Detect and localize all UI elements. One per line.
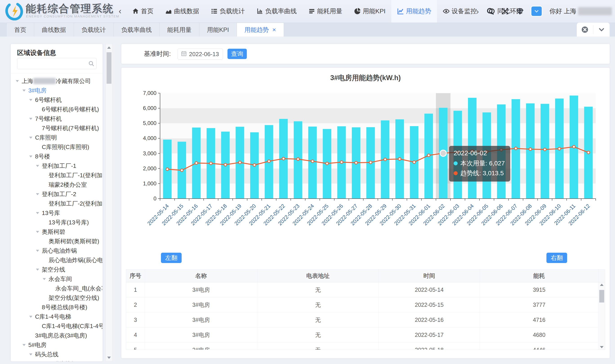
tree-node-20[interactable]: 辰心电油炸锅(辰心电油炸锅) [11,255,102,265]
tree-node-14[interactable]: 登利加工厂-2(登利加工厂-2) [11,199,102,208]
tree-node-label: 3#电房 [28,87,46,94]
nav-item-label: 用能KPI [363,7,386,15]
tab-list-button[interactable] [593,25,610,34]
nav-item-5[interactable]: 能耗用量 [303,0,348,22]
scrollbar-thumb[interactable] [599,290,604,302]
tab-5[interactable]: 能耗用量 [160,23,199,37]
tree-node-8[interactable]: C库照明(C库照明) [11,142,102,152]
tab-3[interactable]: 负载统计 [74,23,114,37]
tree-node-9[interactable]: 8号楼 [11,152,102,161]
tree-node-4[interactable]: 6号螺杆机(6号螺杆机) [11,104,102,114]
svg-text:3,000: 3,000 [143,150,156,156]
nav-item-7[interactable]: 用能趋势 [391,0,437,22]
tree-node-7[interactable]: C库照明 [11,133,102,142]
tree-caret-icon[interactable] [36,250,42,252]
tab-6[interactable]: 用能KPI [199,23,237,37]
tree-caret-icon[interactable] [29,99,35,101]
svg-text:6,000: 6,000 [143,105,156,111]
page-left-button[interactable]: 左翻 [161,253,182,263]
tree-node-2[interactable]: 3#电房 [11,86,102,95]
scrollbar-thumb[interactable] [107,52,112,84]
table-cell: 无 [257,282,379,297]
tree-node-27[interactable]: C库1-4号电梯(C库1-4号电梯) [11,321,102,331]
tree-caret-icon[interactable] [36,269,42,271]
gem-button[interactable] [516,7,524,15]
tree-node-29[interactable]: 5#电房 [11,340,102,350]
tree-caret-icon[interactable] [23,344,28,346]
tree-node-5[interactable]: 7号螺杆机 [11,114,102,123]
page-right-button[interactable]: 右翻 [546,253,567,263]
tree-caret-icon[interactable] [29,137,35,139]
tab-4[interactable]: 负载率曲线 [114,23,160,37]
tree-node-30[interactable]: 码头总线 [11,350,102,359]
nav-item-4[interactable]: 负载率曲线 [251,0,303,22]
tree-node-28[interactable]: 3#电房总表(3#电房) [11,331,102,340]
tree-search-input[interactable] [20,59,86,68]
tree-caret-icon[interactable] [36,212,42,214]
tree-node-17[interactable]: 奥斯柯碧 [11,227,102,236]
nav-forward-arrow[interactable]: › [476,7,479,16]
scroll-up-icon[interactable] [600,284,603,286]
tree-node-10[interactable]: 登利加工厂-1 [11,161,102,170]
query-button[interactable]: 查询 [227,49,247,59]
tree-node-26[interactable]: C库1-4号电梯 [11,312,102,321]
tree-node-21[interactable]: 架空分线 [11,265,102,274]
tree-node-6[interactable]: 7号螺杆机(7号螺杆机) [11,123,102,133]
table-scrollbar[interactable] [599,282,605,350]
scroll-up-icon[interactable] [107,46,111,49]
scroll-down-icon[interactable] [107,357,111,359]
table-cell: 4 [126,327,145,342]
nav-item-3[interactable]: 负载统计 [205,0,251,22]
tab-7[interactable]: 用能趋势× [237,23,284,37]
scroll-down-icon[interactable] [600,346,603,348]
table-cell: 无 [257,342,379,350]
tree-node-23[interactable]: 永会车间_电(永会车间) [11,284,102,293]
gem-icon [516,7,524,15]
tree-node-label: C库照明 [35,134,57,142]
tree-node-24[interactable]: 架空分线(架空分线) [11,293,102,302]
tree-caret-icon[interactable] [29,156,35,157]
tree-node-15[interactable]: 13号库 [11,208,102,218]
date-picker-input[interactable]: 2022-06-13 [178,49,223,60]
tree-search-box [17,58,97,69]
tree-caret-icon[interactable] [29,316,35,318]
tab-close-icon[interactable]: × [272,26,276,33]
tree-node-13[interactable]: 登利加工厂-2 [11,189,102,199]
table-cell: 无 [257,297,379,312]
tree-caret-icon[interactable] [36,231,42,233]
tree-node-3[interactable]: 6号螺杆机 [11,95,102,104]
tree-caret-icon[interactable] [29,118,35,120]
energy-trend-chart[interactable]: 01,0002,0003,0004,0005,0006,0007,0002022… [121,68,610,234]
tree-node-18[interactable]: 奥斯柯碧(奥斯柯碧) [11,236,102,246]
tree-caret-icon[interactable] [29,353,35,355]
energy-usage-icon [308,8,315,14]
tab-2[interactable]: 曲线数据 [34,23,74,37]
tree-node-31[interactable]: 同月码头堆场 [11,359,102,361]
tree-node-label: 架空分线(架空分线) [49,294,99,302]
tree-node-22[interactable]: 永会车间 [11,274,102,284]
nav-item-1[interactable]: 首页 [126,0,159,22]
nav-item-8[interactable]: 设备监控 [437,0,483,22]
close-all-tabs-button[interactable] [577,25,593,34]
tree-caret-icon[interactable] [36,193,42,195]
tree-node-19[interactable]: 辰心电油炸锅 [11,246,102,255]
user-dropdown-button[interactable] [531,7,542,16]
nav-item-6[interactable]: 用能KPI [348,0,391,22]
tree-node-12[interactable]: 瑞蒙2楼办公室 [11,180,102,189]
tree-caret-icon[interactable] [23,90,28,91]
search-button[interactable] [487,7,494,15]
nav-back-arrow[interactable]: ‹ [117,0,123,22]
tab-1[interactable]: 首页 [6,23,34,37]
tree-node-25[interactable]: 8号楼总线(8号楼) [11,302,102,312]
table-header-row: 序号名称电表地址时间能耗 [126,270,605,282]
tree-node-1[interactable]: 上海冷藏有限公司 [11,76,102,86]
fullscreen-button[interactable] [501,7,509,15]
tree-caret-icon[interactable] [36,165,42,167]
nav-item-2[interactable]: 曲线数据 [159,0,205,22]
user-greeting[interactable]: 你好 上海 [549,7,612,15]
sidebar-scrollbar[interactable] [106,44,112,361]
tree-node-16[interactable]: 13号库(13号库) [11,218,102,227]
tree-node-11[interactable]: 登利加工厂-1(登利加工厂-1) [11,170,102,180]
tree-caret-icon[interactable] [43,278,49,280]
tree-caret-icon[interactable] [16,80,22,82]
